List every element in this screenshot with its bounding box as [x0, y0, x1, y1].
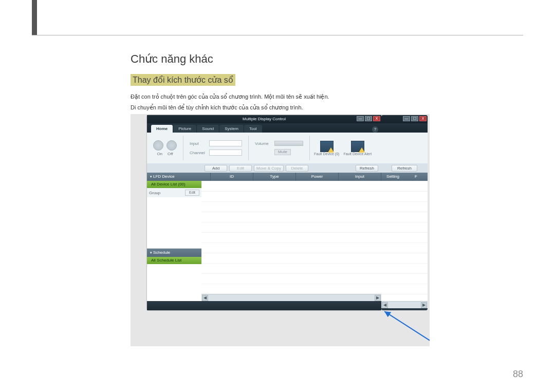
col-check[interactable] — [201, 173, 211, 181]
scroll-left-icon[interactable]: ◀ — [202, 295, 208, 301]
close-button[interactable]: X — [419, 116, 427, 121]
fault-alert-icon — [351, 141, 364, 152]
close-button[interactable]: X — [373, 116, 380, 121]
power-off-button[interactable] — [166, 140, 177, 151]
fault-device-icon — [320, 141, 334, 152]
delete-button[interactable]: Delete — [286, 165, 308, 172]
minimize-button[interactable]: — — [403, 116, 410, 121]
main-tabs: Home Picture Sound System Tool ? — [147, 123, 381, 133]
add-button[interactable]: Add — [205, 165, 227, 172]
group-edit-button[interactable]: Edit — [185, 190, 199, 196]
device-toolbar: Add Edit Move & Copy Delete Refresh — [147, 163, 381, 173]
ribbon-separator — [309, 136, 310, 160]
maximize-button[interactable]: ☐ — [411, 116, 418, 121]
scroll-right-icon[interactable]: ▶ — [421, 302, 427, 308]
tab-tool[interactable]: Tool — [244, 125, 262, 133]
svg-line-0 — [384, 311, 430, 346]
sidebar-group-row: Group Edit — [147, 188, 201, 197]
fault-device-alert[interactable]: Fault Device Alert — [343, 141, 372, 156]
document-body: Chức năng khác Thay đổi kích thước cửa s… — [131, 52, 431, 113]
power-group: On Off — [151, 140, 179, 156]
col-power[interactable]: Power — [296, 173, 339, 181]
input-group: Input Channel — [188, 139, 244, 157]
sidebar-group-tree[interactable] — [147, 197, 201, 249]
resize-arrow-annotation — [381, 309, 430, 346]
fault-device-count[interactable]: Fault Device (0) — [314, 141, 339, 156]
group-label: Group — [149, 191, 160, 195]
tab-system[interactable]: System — [219, 125, 244, 133]
tab-home[interactable]: Home — [151, 125, 173, 133]
table-headers: ID Type Power Input — [201, 173, 381, 181]
col-id[interactable]: ID — [211, 173, 253, 181]
ribbon-separator — [248, 136, 249, 160]
edit-button[interactable]: Edit — [229, 165, 252, 172]
titlebar-secondary[interactable]: — ☐ X — [381, 115, 428, 123]
col-type[interactable]: Type — [253, 173, 296, 181]
mdc-window-primary: Multiple Display Control — ☐ X Home Pict… — [147, 115, 381, 310]
input-select[interactable] — [209, 140, 242, 146]
status-bar-secondary — [381, 308, 428, 310]
sidebar: LFD Device All Device List (00) Group Ed… — [147, 173, 201, 301]
refresh-button-secondary[interactable]: Refresh — [392, 165, 417, 172]
subsection-heading: Thay đổi kích thước cửa sổ — [131, 74, 235, 86]
page-header-rule — [32, 35, 523, 35]
maximize-button[interactable]: ☐ — [365, 116, 372, 121]
col-f[interactable]: F — [404, 173, 428, 181]
ribbon-separator — [183, 136, 183, 160]
table-body[interactable] — [201, 181, 381, 294]
col-setting[interactable]: Setting — [381, 173, 404, 181]
paragraph-2: Di chuyển mũi tên để tùy chỉnh kích thướ… — [131, 103, 431, 113]
scroll-right-icon[interactable]: ▶ — [375, 295, 381, 301]
ribbon-secondary — [381, 133, 428, 163]
mdc-window-secondary: — ☐ X Refresh Setting F ◀ ▶ — [381, 115, 428, 310]
horizontal-scrollbar[interactable]: ◀ ▶ — [201, 294, 381, 301]
tabs-secondary — [381, 123, 428, 133]
channel-label: Channel — [190, 151, 207, 155]
main-body: LFD Device All Device List (00) Group Ed… — [147, 173, 381, 301]
toolbar-secondary: Refresh — [381, 163, 428, 173]
sidebar-all-schedule[interactable]: All Schedule List — [147, 257, 201, 264]
window-title: Multiple Display Control — [243, 117, 286, 121]
ribbon: On Off Input Channel Volume Mute Fault D… — [147, 133, 381, 163]
volume-label: Volume — [255, 141, 272, 146]
channel-select[interactable] — [209, 150, 242, 156]
on-label: On — [157, 152, 162, 156]
minimize-button[interactable]: — — [357, 116, 364, 121]
sidebar-lfd-header[interactable]: LFD Device — [147, 173, 201, 181]
input-label: Input — [190, 141, 207, 146]
help-button[interactable]: ? — [372, 126, 378, 133]
off-label: Off — [168, 152, 173, 156]
sidebar-all-devices[interactable]: All Device List (00) — [147, 181, 201, 188]
page-header-bar — [32, 0, 37, 35]
scroll-left-icon[interactable]: ◀ — [382, 302, 388, 308]
embedded-screenshot: Multiple Display Control — ☐ X Home Pict… — [131, 114, 430, 346]
col-input[interactable]: Input — [339, 173, 381, 181]
sidebar-schedule-tree[interactable] — [147, 264, 201, 301]
tab-picture[interactable]: Picture — [173, 125, 196, 133]
refresh-button[interactable]: Refresh — [356, 165, 378, 172]
tab-sound[interactable]: Sound — [197, 125, 219, 133]
status-bar — [147, 301, 381, 310]
device-table: ID Type Power Input ◀ ▶ — [201, 173, 381, 301]
sidebar-schedule-header[interactable]: Schedule — [147, 249, 201, 257]
titlebar[interactable]: Multiple Display Control — ☐ X — [147, 115, 381, 123]
horizontal-scrollbar-secondary[interactable]: ◀ ▶ — [381, 301, 428, 308]
headers-secondary: Setting F — [381, 173, 428, 181]
power-on-button[interactable] — [153, 140, 163, 151]
mute-button[interactable]: Mute — [274, 149, 291, 155]
volume-slider[interactable] — [274, 141, 303, 146]
page-number: 88 — [513, 369, 523, 380]
table-body-secondary[interactable] — [381, 181, 428, 301]
paragraph-1: Đặt con trỏ chuột trên góc của cửa sổ ch… — [131, 92, 431, 102]
section-heading: Chức năng khác — [131, 52, 431, 66]
volume-group: Volume Mute — [253, 140, 305, 156]
move-copy-button[interactable]: Move & Copy — [254, 165, 284, 172]
